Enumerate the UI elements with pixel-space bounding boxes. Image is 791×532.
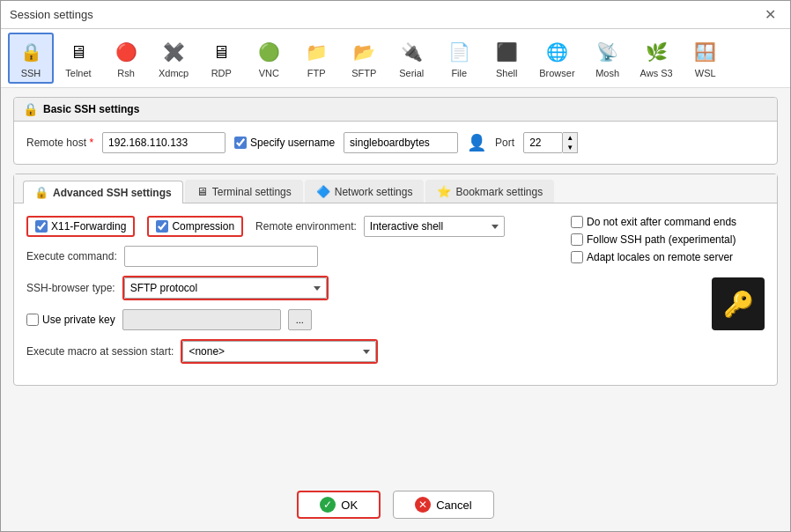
adv-right: Do not exit after command ends Follow SS… [571, 216, 765, 373]
browser-type-select[interactable]: SFTP protocol SCP protocol None [124, 277, 327, 299]
tab-network[interactable]: 🔷Network settings [305, 180, 425, 203]
protocol-item-ftp[interactable]: 📁FTP [293, 33, 339, 83]
username-input[interactable] [344, 132, 458, 153]
compression-text: Compression [172, 220, 234, 233]
rdp-label: RDP [211, 68, 232, 78]
protocol-item-telnet[interactable]: 🖥Telnet [55, 33, 101, 83]
macro-label: Execute macro at session start: [26, 345, 174, 358]
specify-username-checkbox-label[interactable]: Specify username [234, 137, 335, 149]
protocol-item-sftp[interactable]: 📂SFTP [341, 33, 387, 83]
ok-icon: ✓ [320, 497, 336, 513]
mosh-icon: 📡 [594, 38, 622, 66]
compression-label[interactable]: Compression [156, 220, 234, 233]
mosh-label: Mosh [595, 68, 619, 78]
serial-icon: 🔌 [397, 38, 425, 66]
do-not-exit-label[interactable]: Do not exit after command ends [571, 216, 736, 228]
basic-ssh-icon: 🔒 [23, 102, 38, 116]
x11-forwarding-box: X11-Forwarding [26, 216, 135, 237]
tab-terminal[interactable]: 🖥Terminal settings [185, 180, 303, 203]
use-private-key-text: Use private key [42, 314, 115, 326]
protocol-item-awss3[interactable]: 🌿Aws S3 [632, 33, 681, 83]
protocol-item-file[interactable]: 📄File [436, 33, 482, 83]
remote-env-select[interactable]: Interactive shell XFCE4 KDE GNOME [364, 216, 505, 237]
basic-ssh-header: 🔒 Basic SSH settings [14, 98, 777, 122]
protocol-item-rdp[interactable]: 🖥RDP [198, 33, 244, 83]
cancel-icon: ✕ [415, 497, 431, 513]
main-content: 🔒 Basic SSH settings Remote host * Speci… [1, 88, 790, 482]
basic-ssh-title: Basic SSH settings [43, 103, 139, 115]
do-not-exit-text: Do not exit after command ends [587, 216, 736, 228]
follow-ssh-path-label[interactable]: Follow SSH path (experimental) [571, 233, 736, 246]
basic-ssh-body: Remote host * Specify username 👤 Port [14, 122, 777, 164]
compression-box: Compression [147, 216, 243, 237]
rsh-label: Rsh [117, 68, 135, 78]
wsl-icon: 🪟 [691, 38, 720, 66]
protocol-toolbar: 🔒SSH🖥Telnet🔴Rsh✖️Xdmcp🖥RDP🟢VNC📁FTP📂SFTP🔌… [1, 29, 790, 88]
footer: ✓ OK ✕ Cancel [1, 482, 790, 531]
protocol-item-wsl[interactable]: 🪟WSL [683, 33, 728, 83]
telnet-label: Telnet [65, 68, 91, 78]
sftp-label: SFTP [351, 68, 376, 78]
specify-username-checkbox[interactable] [234, 137, 247, 149]
protocol-item-xdmcp[interactable]: ✖️Xdmcp [151, 33, 196, 83]
remote-host-label: Remote host * [26, 137, 93, 149]
window-title: Session settings [10, 8, 93, 21]
macro-select[interactable]: <none> Macro1 Macro2 [182, 341, 376, 362]
protocol-item-vnc[interactable]: 🟢VNC [246, 33, 292, 83]
protocol-item-browser[interactable]: 🌐Browser [531, 33, 582, 83]
private-key-row: Use private key ... [26, 309, 562, 330]
tab-bookmark[interactable]: ⭐Bookmark settings [425, 180, 554, 203]
do-not-exit-checkbox[interactable] [571, 216, 583, 228]
ok-button[interactable]: ✓ OK [297, 491, 381, 519]
protocol-item-serial[interactable]: 🔌Serial [388, 33, 434, 83]
cancel-button[interactable]: ✕ Cancel [393, 491, 493, 519]
browser-select-wrap: SFTP protocol SCP protocol None [122, 276, 329, 300]
browser-type-label: SSH-browser type: [26, 282, 115, 294]
port-label: Port [495, 137, 514, 149]
x11-forwarding-checkbox[interactable] [35, 220, 48, 233]
private-key-input[interactable] [122, 309, 281, 330]
close-button[interactable]: ✕ [759, 6, 781, 24]
rdp-icon: 🖥 [207, 38, 235, 66]
adv-row-1: X11-Forwarding Compression Remote en [26, 216, 562, 237]
adapt-locales-checkbox[interactable] [571, 251, 583, 263]
wsl-label: WSL [695, 68, 716, 78]
advanced-ssh-tab-label: Advanced SSH settings [53, 187, 172, 199]
compression-checkbox[interactable] [156, 220, 168, 233]
network-tab-label: Network settings [335, 186, 413, 198]
execute-command-label: Execute command: [26, 250, 117, 262]
browse-key-button[interactable]: ... [288, 309, 312, 330]
protocol-item-shell[interactable]: ⬛Shell [484, 33, 529, 83]
remote-host-input[interactable] [102, 132, 225, 153]
execute-command-input[interactable] [124, 246, 318, 267]
tab-advanced-ssh[interactable]: 🔒Advanced SSH settings [23, 181, 183, 203]
adv-left: X11-Forwarding Compression Remote en [26, 216, 562, 373]
port-spinner: ▲ ▼ [563, 132, 578, 153]
file-label: File [451, 68, 467, 78]
port-field-wrap: ▲ ▼ [523, 132, 578, 153]
port-input[interactable] [523, 132, 563, 153]
vnc-label: VNC [259, 68, 279, 78]
ssh-label: SSH [21, 68, 41, 78]
ftp-label: FTP [307, 68, 326, 78]
x11-forwarding-text: X11-Forwarding [51, 220, 126, 233]
serial-label: Serial [399, 68, 424, 78]
remote-env-label: Remote environment: [255, 220, 357, 233]
protocol-item-ssh[interactable]: 🔒SSH [8, 33, 54, 84]
rsh-icon: 🔴 [112, 38, 140, 66]
awss3-icon: 🌿 [642, 38, 670, 66]
advanced-ssh-section: 🔒Advanced SSH settings🖥Terminal settings… [13, 174, 778, 386]
use-private-key-checkbox[interactable] [26, 314, 39, 326]
protocol-item-mosh[interactable]: 📡Mosh [585, 33, 631, 83]
browser-icon: 🌐 [543, 38, 571, 66]
use-private-key-label[interactable]: Use private key [26, 314, 115, 326]
protocol-item-rsh[interactable]: 🔴Rsh [103, 33, 149, 83]
adapt-locales-label[interactable]: Adapt locales on remote server [571, 251, 733, 263]
bookmark-tab-label: Bookmark settings [455, 186, 543, 198]
follow-ssh-path-checkbox[interactable] [571, 233, 583, 246]
port-up-button[interactable]: ▲ [563, 133, 577, 143]
telnet-icon: 🖥 [64, 38, 92, 66]
xdmcp-label: Xdmcp [159, 68, 189, 78]
port-down-button[interactable]: ▼ [563, 143, 577, 152]
x11-forwarding-label[interactable]: X11-Forwarding [35, 220, 126, 233]
